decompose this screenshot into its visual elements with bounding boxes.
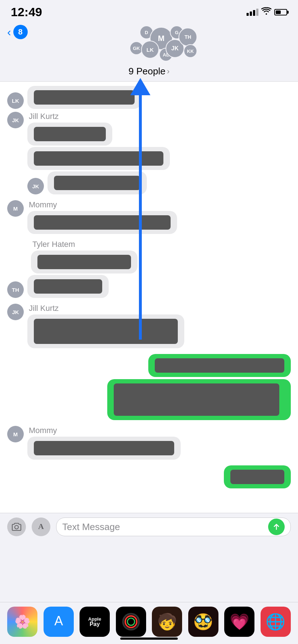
avatar: M [7,200,24,217]
text-message-placeholder: Text Message [62,521,120,533]
avatar: M [7,426,24,442]
people-chevron-icon: › [167,67,170,76]
photos-app[interactable]: 🌸 [7,607,37,637]
back-chevron-icon: ‹ [7,26,11,39]
sender-name: Jill Kurtz [29,112,112,121]
bubble-wrap: Jill Kurtz [27,304,184,348]
status-time: 12:49 [11,5,42,19]
bubble-wrap [27,86,141,109]
bubble-wrap: Jill Kurtz [27,112,112,146]
svg-text:A: A [54,613,63,628]
message-bubble [107,379,291,420]
status-icons [247,7,287,17]
avatar: TH [7,281,24,298]
sender-name: Mommy [29,426,181,435]
camera-button[interactable] [7,518,26,536]
bubble-wrap: Mommy [27,426,181,460]
arrow-head-icon [130,78,150,95]
back-badge[interactable]: 8 [13,25,28,39]
back-button[interactable]: ‹ 8 [7,25,28,39]
message-row [7,379,291,420]
memoji-app[interactable]: 🧒 [152,607,182,637]
bubble-wrap: Mommy [27,200,177,234]
message-bubble [27,123,112,146]
sender-name: Tyler Hatem [32,240,137,249]
signal-icon [247,9,258,16]
wifi-icon [261,7,271,17]
message-bubble [148,354,291,377]
message-bubble [31,250,137,273]
people-label[interactable]: 9 People › [128,66,170,77]
game-app[interactable]: 🥸 [188,607,218,637]
message-bubble [27,437,181,460]
svg-point-5 [127,618,135,625]
avatar-cluster: D M G GK LK AL JK TH KK [113,25,185,64]
sender-name: Jill Kurtz [29,304,184,313]
avatar-lk: LK [141,41,159,59]
send-button[interactable] [268,519,285,535]
message-bubble [27,275,109,298]
svg-text:A: A [38,522,44,531]
message-bubble [27,86,141,109]
scroll-arrow [130,78,150,340]
fitness-app[interactable] [116,607,146,637]
home-indicator [120,638,178,640]
input-bar: A Text Message [0,513,298,543]
apps-button[interactable]: A [32,518,50,536]
arrow-line [139,95,142,340]
avatar: JK [7,112,24,128]
avatar: LK [7,92,24,109]
messages-area[interactable]: LK JK Jill Kurtz JK [0,82,298,513]
bubble-wrap [107,379,291,420]
avatar: JK [7,304,24,320]
appstore-app[interactable]: A [44,607,74,637]
bubble-wrap: Tyler Hatem [31,240,137,273]
text-input[interactable]: Text Message [56,518,291,536]
message-row: M Mommy [7,426,291,460]
message-row [7,354,291,377]
bubble-wrap [27,275,109,298]
svg-point-0 [15,525,18,529]
message-bubble [224,465,291,488]
heart-app[interactable]: 💗 [224,607,254,637]
avatar: JK [27,178,44,194]
applepay-app[interactable]: Apple Pay [80,607,110,637]
message-bubble [27,211,177,234]
globe-app[interactable]: 🌐 [261,607,291,637]
message-bubble [27,314,184,348]
battery-icon [274,9,287,15]
bubble-wrap [224,465,291,488]
avatar-th: TH [179,28,197,46]
sender-name: Mommy [29,200,177,210]
status-bar: 12:49 [0,0,298,22]
header: ‹ 8 D M G GK LK AL JK TH KK 9 People › [0,22,298,81]
avatar-kk: KK [184,44,197,58]
message-row [7,465,291,488]
bubble-wrap [148,354,291,377]
